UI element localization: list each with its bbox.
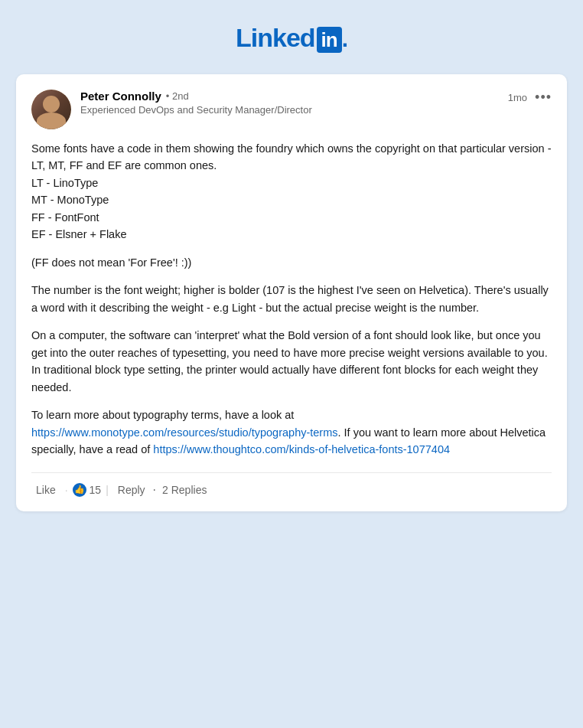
logo-linked-text: Linked (236, 23, 315, 52)
linkedin-logo-text: Linkedin. (236, 23, 347, 53)
author-info: Peter Connolly • 2nd Experienced DevOps … (80, 90, 312, 116)
post-meta-right: 1mo ••• (508, 90, 552, 106)
typography-link[interactable]: https://www.monotype.com/resources/studi… (31, 426, 338, 439)
linkedin-logo: Linkedin. (236, 23, 347, 53)
like-button[interactable]: Like (31, 481, 60, 499)
like-count-container: 👍 15 (73, 483, 102, 497)
avatar (31, 90, 71, 129)
connection-badge: • 2nd (166, 90, 189, 102)
content-paragraph-5: To learn more about typography terms, ha… (31, 406, 552, 458)
like-icon: 👍 (73, 483, 86, 497)
post-footer: Like · 👍 15 | Reply · 2 Replies (31, 472, 552, 499)
post-header-left: Peter Connolly • 2nd Experienced DevOps … (31, 90, 312, 129)
logo-dot: . (342, 26, 347, 51)
avatar-image (31, 90, 71, 129)
content-paragraph-3: The number is the font weight; higher is… (31, 282, 552, 316)
separator-2: | (106, 484, 109, 496)
replies-count[interactable]: 2 Replies (162, 484, 207, 496)
author-title: Experienced DevOps and Security Manager/… (80, 104, 312, 116)
author-name-row: Peter Connolly • 2nd (80, 90, 312, 103)
post-header: Peter Connolly • 2nd Experienced DevOps … (31, 90, 552, 129)
author-name[interactable]: Peter Connolly (80, 90, 161, 103)
more-options-button[interactable]: ••• (535, 90, 552, 106)
helvetica-link[interactable]: https://www.thoughtco.com/kinds-of-helve… (153, 443, 450, 455)
content-paragraph-4: On a computer, the software can 'interpr… (31, 327, 552, 396)
page-wrapper: Linkedin. Peter Connolly • 2nd Experienc… (0, 0, 583, 728)
logo-in-badge: in (317, 27, 342, 53)
like-count: 15 (90, 484, 102, 496)
list-item-lt: LT - LinoType (31, 177, 98, 189)
dot-separator: · (153, 483, 156, 497)
post-content: Some fonts have a code in them showing t… (31, 140, 552, 459)
list-item-mt: MT - MonoType (31, 194, 109, 206)
separator-1: · (65, 484, 68, 496)
reply-button[interactable]: Reply (113, 481, 150, 499)
list-item-ef: EF - Elsner + Flake (31, 228, 127, 240)
list-item-ff: FF - FontFont (31, 211, 99, 224)
content-paragraph-2: (FF does not mean 'For Free'! :)) (31, 254, 552, 271)
post-timestamp: 1mo (508, 92, 527, 103)
content-paragraph-1: Some fonts have a code in them showing t… (31, 140, 552, 243)
post-card: Peter Connolly • 2nd Experienced DevOps … (16, 74, 567, 511)
